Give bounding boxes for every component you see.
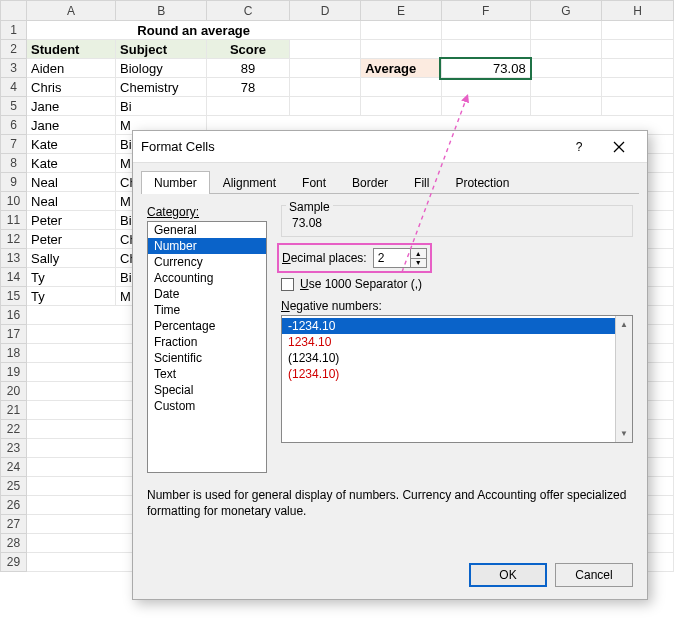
tab-number[interactable]: Number (141, 171, 210, 194)
category-item-special[interactable]: Special (148, 382, 266, 398)
cell[interactable] (361, 21, 441, 40)
cell[interactable]: Peter (27, 211, 116, 230)
tab-font[interactable]: Font (289, 171, 339, 194)
cell[interactable]: Biology (116, 59, 207, 78)
row-header[interactable]: 16 (1, 306, 27, 325)
negative-scrollbar[interactable]: ▲ ▼ (615, 316, 632, 442)
cell[interactable]: Kate (27, 154, 116, 173)
cell[interactable] (289, 59, 361, 78)
header-score[interactable]: Score (207, 40, 289, 59)
cell[interactable]: Sally (27, 249, 116, 268)
tab-alignment[interactable]: Alignment (210, 171, 289, 194)
negative-item[interactable]: -1234.10 (282, 318, 615, 334)
category-item-custom[interactable]: Custom (148, 398, 266, 414)
cell[interactable]: Jane (27, 116, 116, 135)
category-item-number[interactable]: Number (148, 238, 266, 254)
row-header[interactable]: 1 (1, 21, 27, 40)
category-item-fraction[interactable]: Fraction (148, 334, 266, 350)
row-header[interactable]: 24 (1, 458, 27, 477)
negative-list[interactable]: -1234.10 1234.10 (1234.10) (1234.10) (282, 316, 615, 442)
tab-border[interactable]: Border (339, 171, 401, 194)
cell[interactable] (602, 40, 674, 59)
row-header[interactable]: 6 (1, 116, 27, 135)
row-header[interactable]: 29 (1, 553, 27, 572)
cell[interactable]: Jane (27, 97, 116, 116)
cell[interactable]: Aiden (27, 59, 116, 78)
cell[interactable] (441, 21, 530, 40)
tab-fill[interactable]: Fill (401, 171, 442, 194)
cell[interactable] (361, 78, 441, 97)
cell[interactable] (530, 40, 602, 59)
category-item-accounting[interactable]: Accounting (148, 270, 266, 286)
cell[interactable]: Neal (27, 192, 116, 211)
header-student[interactable]: Student (27, 40, 116, 59)
row-header[interactable]: 3 (1, 59, 27, 78)
cancel-button[interactable]: Cancel (555, 563, 633, 587)
cell[interactable] (207, 97, 289, 116)
cell[interactable]: 78 (207, 78, 289, 97)
help-button[interactable]: ? (559, 133, 599, 161)
scroll-down-icon[interactable]: ▼ (616, 425, 632, 442)
title-cell[interactable]: Round an average (27, 21, 361, 40)
category-item-time[interactable]: Time (148, 302, 266, 318)
col-header-H[interactable]: H (602, 1, 674, 21)
cell[interactable]: Kate (27, 135, 116, 154)
average-label-cell[interactable]: Average (361, 59, 441, 78)
cell[interactable]: Chris (27, 78, 116, 97)
row-header[interactable]: 19 (1, 363, 27, 382)
row-header[interactable]: 9 (1, 173, 27, 192)
cell[interactable]: Neal (27, 173, 116, 192)
row-header[interactable]: 18 (1, 344, 27, 363)
select-all-corner[interactable] (1, 1, 27, 21)
tab-protection[interactable]: Protection (442, 171, 522, 194)
col-header-G[interactable]: G (530, 1, 602, 21)
row-header[interactable]: 7 (1, 135, 27, 154)
category-item-date[interactable]: Date (148, 286, 266, 302)
cell[interactable]: Chemistry (116, 78, 207, 97)
row-header[interactable]: 25 (1, 477, 27, 496)
row-header[interactable]: 5 (1, 97, 27, 116)
negative-item[interactable]: (1234.10) (282, 366, 615, 382)
category-item-percentage[interactable]: Percentage (148, 318, 266, 334)
cell[interactable] (441, 97, 530, 116)
cell[interactable] (530, 21, 602, 40)
row-header[interactable]: 27 (1, 515, 27, 534)
decimal-input[interactable] (374, 249, 410, 267)
cell[interactable] (361, 97, 441, 116)
decimal-spinner[interactable]: ▲ ▼ (373, 248, 427, 268)
ok-button[interactable]: OK (469, 563, 547, 587)
cell[interactable]: Peter (27, 230, 116, 249)
cell[interactable] (602, 78, 674, 97)
cell[interactable] (361, 40, 441, 59)
cell[interactable] (602, 97, 674, 116)
row-header[interactable]: 11 (1, 211, 27, 230)
spinner-up-icon[interactable]: ▲ (411, 249, 426, 259)
row-header[interactable]: 10 (1, 192, 27, 211)
category-item-currency[interactable]: Currency (148, 254, 266, 270)
cell[interactable] (602, 59, 674, 78)
category-item-general[interactable]: General (148, 222, 266, 238)
category-item-text[interactable]: Text (148, 366, 266, 382)
dialog-titlebar[interactable]: Format Cells ? (133, 131, 647, 163)
row-header[interactable]: 28 (1, 534, 27, 553)
negative-item[interactable]: (1234.10) (282, 350, 615, 366)
spinner-down-icon[interactable]: ▼ (411, 259, 426, 268)
col-header-F[interactable]: F (441, 1, 530, 21)
close-button[interactable] (599, 133, 639, 161)
row-header[interactable]: 17 (1, 325, 27, 344)
separator-checkbox[interactable] (281, 278, 294, 291)
row-header[interactable]: 20 (1, 382, 27, 401)
row-header[interactable]: 13 (1, 249, 27, 268)
row-header[interactable]: 23 (1, 439, 27, 458)
row-header[interactable]: 15 (1, 287, 27, 306)
header-subject[interactable]: Subject (116, 40, 207, 59)
cell[interactable] (530, 59, 602, 78)
row-header[interactable]: 21 (1, 401, 27, 420)
row-header[interactable]: 14 (1, 268, 27, 287)
average-value-cell[interactable]: 73.08 (441, 59, 530, 78)
cell[interactable] (441, 40, 530, 59)
row-header[interactable]: 2 (1, 40, 27, 59)
cell[interactable] (289, 40, 361, 59)
negative-item[interactable]: 1234.10 (282, 334, 615, 350)
cell[interactable] (289, 78, 361, 97)
